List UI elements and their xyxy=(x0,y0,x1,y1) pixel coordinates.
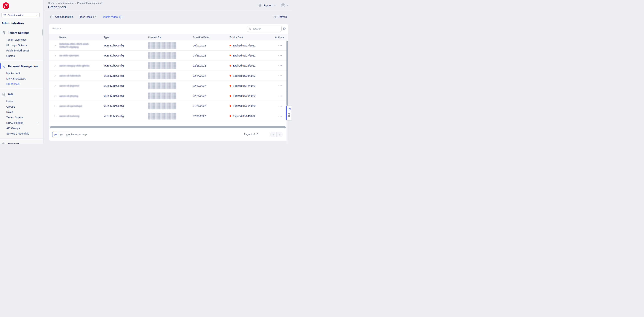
row-actions-button[interactable]: ••• xyxy=(278,50,282,60)
row-actions-button[interactable]: ••• xyxy=(278,111,282,121)
chevron-down-icon xyxy=(286,4,288,6)
account-menu[interactable] xyxy=(281,3,288,7)
sidebar-item-service-credentials[interactable]: Service Credentials xyxy=(0,131,43,136)
divider xyxy=(0,138,43,139)
creation-date: 02/15/2022 xyxy=(193,61,206,71)
sidebar-item-rbac-policies[interactable]: RBAC Policies xyxy=(0,120,43,125)
previous-page-button[interactable] xyxy=(271,132,276,137)
expiry-status: Expired 05/04/2022 xyxy=(230,111,256,121)
search-input[interactable] xyxy=(253,27,277,30)
sidebar-group-support[interactable]: Support xyxy=(0,141,43,144)
nav-label: Tenant Overview xyxy=(6,38,26,41)
sidebar-group-tenant-settings[interactable]: Tenant Settings xyxy=(0,30,43,36)
page-size-50[interactable]: 50 xyxy=(58,132,64,137)
sidebar-item-quotas[interactable]: Quotas xyxy=(0,53,43,58)
row-expand-chevron-icon[interactable] xyxy=(54,91,56,101)
sidebar-item-credentials[interactable]: Credentials xyxy=(0,81,43,87)
breadcrumb-home[interactable]: Home xyxy=(48,2,54,4)
page-size-selector: 10 50 100 xyxy=(52,132,72,137)
expiry-status: Expired 05/25/2022 xyxy=(230,91,256,101)
lifebuoy-icon xyxy=(2,142,6,144)
sidebar-item-my-namespaces[interactable]: My Namespaces xyxy=(0,76,43,81)
row-actions-button[interactable]: ••• xyxy=(278,40,282,50)
sidebar-item-api-groups[interactable]: API Groups xyxy=(0,125,43,131)
chevron-left-icon xyxy=(272,133,275,136)
tech-docs-label: Tech Docs xyxy=(80,15,92,18)
row-expand-chevron-icon[interactable] xyxy=(54,40,56,50)
watch-video-link[interactable]: Watch Video xyxy=(103,14,122,20)
page-size-10[interactable]: 10 xyxy=(52,132,58,137)
table-horizontal-scrollbar[interactable] xyxy=(50,126,286,128)
column-header-created-by[interactable]: Created By xyxy=(148,34,161,40)
sidebar-item-roles[interactable]: Roles xyxy=(0,109,43,115)
sidebar-item-tenant-overview[interactable]: Tenant Overview xyxy=(0,37,43,42)
lock-badge-icon xyxy=(6,44,9,46)
sidebar-item-my-account[interactable]: My Account xyxy=(0,70,43,76)
sidebar-scrollbar[interactable] xyxy=(42,29,43,35)
row-expand-chevron-icon[interactable] xyxy=(54,71,56,81)
sidebar-nav: Tenant Settings Tenant Overview Login Op… xyxy=(0,30,43,144)
row-expand-chevron-icon[interactable] xyxy=(54,81,56,91)
page-size-100[interactable]: 100 xyxy=(64,132,71,137)
column-header-name[interactable]: Name xyxy=(59,34,66,40)
expired-dot xyxy=(230,45,231,46)
person-gear-icon xyxy=(2,64,6,68)
credential-type: vK8s KubeConfig xyxy=(104,91,124,101)
breadcrumb-administration[interactable]: Administration xyxy=(58,2,74,4)
row-actions-button[interactable]: ••• xyxy=(278,61,282,71)
sidebar-item-login-options[interactable]: Login Options xyxy=(0,42,43,48)
row-actions-button[interactable]: ••• xyxy=(278,71,282,81)
chevron-down-icon xyxy=(36,14,38,16)
expiry-status: Expired 05/25/2022 xyxy=(230,71,256,81)
row-actions-button[interactable]: ••• xyxy=(278,81,282,91)
nav-label: Login Options xyxy=(10,44,26,47)
row-actions-button[interactable]: ••• xyxy=(278,101,282,111)
column-header-creation-date[interactable]: Creation Date xyxy=(193,34,209,40)
tech-docs-link[interactable]: Tech Docs xyxy=(80,14,96,20)
chevron-down-icon xyxy=(274,4,276,6)
refresh-icon xyxy=(273,15,276,18)
help-widget[interactable]: Help xyxy=(286,106,292,120)
breadcrumb-personal-management[interactable]: Personal Management xyxy=(77,2,102,4)
pagination: 10 50 100 items per page Page 1 of 10 xyxy=(49,132,288,137)
refresh-button[interactable]: Refresh xyxy=(273,14,287,20)
row-expand-chevron-icon[interactable] xyxy=(54,61,56,71)
question-circle-icon xyxy=(288,107,291,111)
sidebar-item-public-ip-addresses[interactable]: Public IP Addresses xyxy=(0,48,43,53)
table-row: aaron-v8-jthrplsg vK8s KubeConfig 02/24/… xyxy=(49,91,288,101)
creation-date: 01/20/2022 xyxy=(193,101,206,111)
page-title: Credentials xyxy=(48,5,66,9)
next-page-button[interactable] xyxy=(276,132,282,137)
sidebar-item-groups[interactable]: Groups xyxy=(0,104,43,109)
row-expand-chevron-icon[interactable] xyxy=(54,111,56,121)
column-header-type[interactable]: Type xyxy=(104,34,109,40)
sidebar-group-personal-management[interactable]: Personal Management xyxy=(0,63,43,69)
breadcrumb: Home › Administration › Personal Managem… xyxy=(48,2,102,4)
toolbar: Add Credentials Tech Docs Watch Video Re… xyxy=(44,14,292,20)
column-header-expiry-date[interactable]: Expiry Date xyxy=(230,34,243,40)
sidebar-item-tenant-access[interactable]: Tenant Access xyxy=(0,115,43,120)
nav-label: Credentials xyxy=(6,82,20,85)
table-settings-button[interactable] xyxy=(282,27,286,30)
row-expand-chevron-icon[interactable] xyxy=(54,101,56,111)
nav-label: Public IP Addresses xyxy=(6,49,30,52)
sidebar-item-users[interactable]: Users xyxy=(0,98,43,104)
topbar-right: Support xyxy=(258,3,288,7)
creation-date: 03/29/2022 xyxy=(193,50,206,60)
sidebar-group-iam[interactable]: IAM xyxy=(0,91,43,98)
creation-date: 02/24/2022 xyxy=(193,91,206,101)
row-expand-chevron-icon[interactable] xyxy=(54,50,56,60)
pager-buttons xyxy=(270,132,282,137)
row-actions-button[interactable]: ••• xyxy=(278,91,282,101)
expired-dot xyxy=(230,105,231,107)
credential-type: vK8s KubeConfig xyxy=(104,111,124,121)
divider xyxy=(0,61,43,61)
chevron-right-icon xyxy=(37,122,39,124)
building-gear-icon xyxy=(2,31,6,35)
created-by-redacted xyxy=(148,50,176,60)
support-menu[interactable]: Support xyxy=(258,3,276,7)
credential-type: vK8s KubeConfig xyxy=(104,101,124,111)
service-selector[interactable]: Select service xyxy=(2,12,40,18)
add-credentials-button[interactable]: Add Credentials xyxy=(50,14,74,20)
table-vertical-scrollbar-thumb[interactable] xyxy=(286,41,288,106)
